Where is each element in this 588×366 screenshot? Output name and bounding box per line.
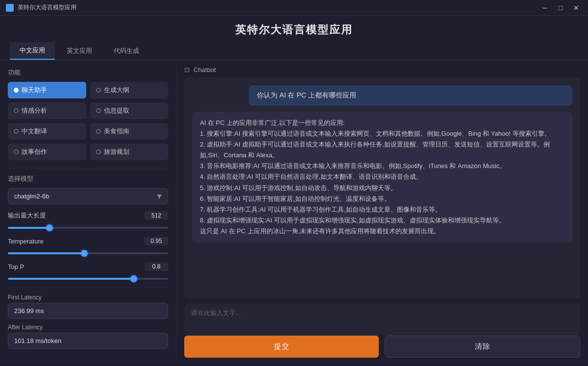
top-p-label: Top P	[8, 263, 24, 270]
radio-travel	[96, 149, 101, 154]
temperature-section: Temperature 0.95	[8, 237, 168, 256]
first-latency-value: 236.99 ms	[8, 303, 168, 319]
tab-chinese[interactable]: 中文应用	[10, 42, 55, 60]
temperature-slider[interactable]	[8, 252, 168, 254]
title-bar: 英特尔大语言模型应用 ─ □ ✕	[0, 0, 588, 16]
chatbot-header: ⊡ Chatbot	[184, 66, 580, 73]
func-sentiment-label: 情感分析	[22, 106, 47, 115]
max-length-slider[interactable]	[8, 227, 168, 229]
latency-section: First Latency 236.99 ms After Latency 10…	[8, 294, 168, 349]
submit-button[interactable]: 提交	[184, 336, 379, 358]
max-length-label: 输出最大长度	[8, 211, 46, 220]
model-select[interactable]: chatglm2-6b gpt-3.5-turbo llama-2	[8, 188, 168, 204]
radio-translation	[14, 129, 19, 134]
func-sentiment[interactable]: 情感分析	[8, 102, 86, 119]
divider-2	[8, 288, 168, 288]
divider-1	[8, 168, 168, 169]
temperature-value: 0.95	[145, 237, 168, 245]
minimize-button[interactable]: ─	[539, 3, 551, 13]
func-food-label: 美食指南	[104, 127, 129, 136]
func-chatbot-label: 聊天助手	[22, 86, 47, 95]
title-bar-left: 英特尔大语言模型应用	[6, 3, 76, 12]
tabs-bar: 中文应用 英文应用 代码生成	[0, 42, 588, 60]
clear-button[interactable]: 清除	[385, 336, 580, 358]
max-length-value: 512	[145, 211, 168, 220]
main-content: 功能 聊天助手 生成大纲 情感分析 信息提取 中文翻译	[0, 60, 588, 364]
func-story-label: 故事创作	[22, 147, 47, 156]
close-button[interactable]: ✕	[570, 3, 582, 13]
ai-message: AI 在 PC 上的应用非常广泛,以下是一些常见的应用:1. 搜索引擎:AI 搜…	[192, 112, 572, 243]
after-latency-label: After Latency	[8, 324, 168, 331]
func-outline-label: 生成大纲	[104, 86, 129, 95]
temperature-label: Temperature	[8, 238, 44, 245]
radio-chatbot	[14, 88, 19, 93]
top-p-slider[interactable]	[8, 278, 168, 280]
tab-english[interactable]: 英文应用	[57, 42, 102, 60]
after-latency-value: 101.18 ms/token	[8, 333, 168, 349]
chat-input[interactable]	[184, 304, 580, 336]
func-outline[interactable]: 生成大纲	[90, 82, 169, 98]
radio-outline	[96, 88, 101, 93]
radio-story	[14, 149, 19, 154]
top-p-section: Top P 0.8	[8, 262, 168, 282]
max-length-section: 输出最大长度 512	[8, 211, 168, 231]
chatbot-icon: ⊡	[184, 66, 190, 73]
model-section-title: 选择模型	[8, 174, 168, 183]
top-p-value: 0.8	[145, 262, 168, 271]
func-travel-label: 旅游规划	[104, 147, 129, 156]
user-message: 你认为 AI 在 PC 上都有哪些应用	[249, 85, 572, 106]
right-panel: ⊡ Chatbot 你认为 AI 在 PC 上都有哪些应用 AI 在 PC 上的…	[176, 60, 588, 364]
function-section-title: 功能	[8, 68, 168, 77]
func-travel[interactable]: 旅游规划	[90, 144, 169, 160]
maximize-button[interactable]: □	[555, 3, 566, 13]
func-story[interactable]: 故事创作	[8, 144, 86, 160]
radio-extraction	[96, 108, 101, 113]
app-title: 英特尔大语言模型应用	[235, 24, 353, 36]
model-section: 选择模型 chatglm2-6b gpt-3.5-turbo llama-2 ▼	[8, 174, 168, 204]
model-select-wrapper: chatglm2-6b gpt-3.5-turbo llama-2 ▼	[8, 188, 168, 204]
function-grid: 聊天助手 生成大纲 情感分析 信息提取 中文翻译 美食指南	[8, 82, 168, 160]
first-latency-label: First Latency	[8, 294, 168, 301]
chat-container[interactable]: 你认为 AI 在 PC 上都有哪些应用 AI 在 PC 上的应用非常广泛,以下是…	[184, 77, 580, 299]
action-buttons: 提交 清除	[184, 336, 580, 358]
app-icon	[6, 4, 14, 12]
window-controls: ─ □ ✕	[539, 3, 582, 13]
title-bar-title: 英特尔大语言模型应用	[18, 3, 76, 12]
func-translation[interactable]: 中文翻译	[8, 123, 86, 140]
radio-food	[96, 129, 101, 134]
chatbot-label: Chatbot	[194, 66, 216, 73]
radio-sentiment	[14, 108, 19, 113]
ai-message-text: AI 在 PC 上的应用非常广泛,以下是一些常见的应用:1. 搜索引擎:AI 搜…	[200, 119, 551, 235]
func-chatbot[interactable]: 聊天助手	[8, 82, 86, 98]
func-translation-label: 中文翻译	[22, 127, 47, 136]
left-panel: 功能 聊天助手 生成大纲 情感分析 信息提取 中文翻译	[0, 60, 176, 364]
func-food[interactable]: 美食指南	[90, 123, 169, 140]
func-extraction[interactable]: 信息提取	[90, 102, 169, 119]
app-header: 英特尔大语言模型应用	[0, 16, 588, 42]
tab-codegen[interactable]: 代码生成	[104, 42, 149, 60]
func-extraction-label: 信息提取	[104, 106, 129, 115]
